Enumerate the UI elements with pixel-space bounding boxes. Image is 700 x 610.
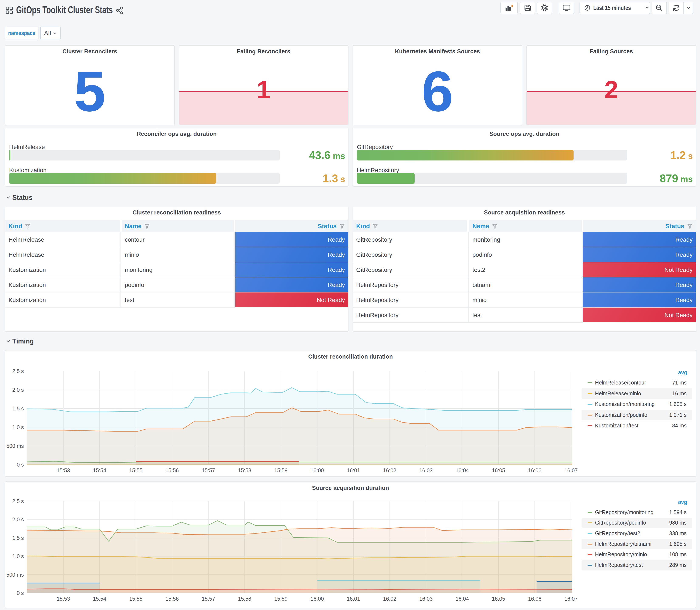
svg-text:16:06: 16:06 [528, 467, 541, 473]
svg-text:2.0 s: 2.0 s [12, 516, 24, 523]
svg-text:15:58: 15:58 [238, 596, 251, 602]
svg-text:15:55: 15:55 [129, 596, 143, 602]
svg-text:16:02: 16:02 [383, 596, 396, 602]
svg-text:16:05: 16:05 [492, 596, 505, 602]
svg-text:15:56: 15:56 [165, 467, 179, 473]
svg-text:16:07: 16:07 [565, 467, 578, 473]
svg-text:15:56: 15:56 [165, 596, 179, 602]
svg-text:16:05: 16:05 [492, 467, 505, 473]
svg-text:16:04: 16:04 [456, 467, 469, 473]
svg-text:16:03: 16:03 [419, 467, 433, 473]
svg-text:15:54: 15:54 [93, 467, 106, 473]
svg-text:16:01: 16:01 [347, 596, 360, 602]
svg-text:15:53: 15:53 [57, 596, 70, 602]
svg-text:16:07: 16:07 [565, 596, 578, 602]
svg-text:15:58: 15:58 [238, 467, 251, 473]
svg-text:15:55: 15:55 [129, 467, 143, 473]
svg-text:15:57: 15:57 [202, 467, 215, 473]
svg-text:16:04: 16:04 [456, 596, 469, 602]
svg-text:15:54: 15:54 [93, 596, 106, 602]
svg-text:500 ms: 500 ms [6, 443, 24, 449]
svg-text:1.0 s: 1.0 s [12, 424, 24, 430]
svg-text:2.0 s: 2.0 s [12, 387, 24, 393]
svg-text:2.5 s: 2.5 s [12, 368, 24, 374]
svg-text:15:59: 15:59 [274, 596, 288, 602]
svg-text:16:06: 16:06 [528, 596, 541, 602]
svg-text:15:57: 15:57 [202, 596, 215, 602]
svg-text:16:03: 16:03 [419, 596, 433, 602]
svg-text:15:59: 15:59 [274, 467, 288, 473]
svg-text:500 ms: 500 ms [6, 572, 24, 578]
svg-text:1.5 s: 1.5 s [12, 535, 24, 541]
svg-text:0 s: 0 s [17, 590, 24, 596]
svg-text:16:00: 16:00 [310, 596, 324, 602]
svg-text:16:02: 16:02 [383, 467, 396, 473]
svg-text:15:53: 15:53 [57, 467, 70, 473]
svg-text:16:01: 16:01 [347, 467, 360, 473]
svg-text:16:00: 16:00 [310, 467, 324, 473]
svg-text:1.5 s: 1.5 s [12, 405, 24, 412]
svg-text:0 s: 0 s [17, 462, 24, 468]
svg-text:1.0 s: 1.0 s [12, 553, 24, 559]
svg-text:2.5 s: 2.5 s [12, 498, 24, 504]
